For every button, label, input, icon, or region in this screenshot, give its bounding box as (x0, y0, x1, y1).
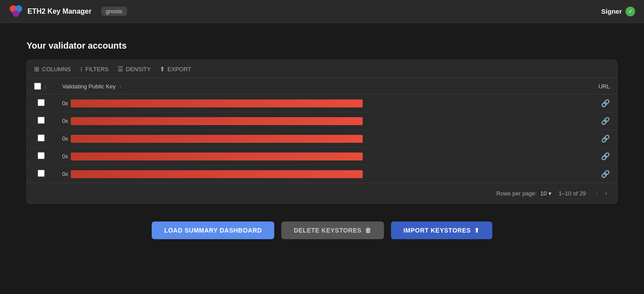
logo-area: ETH2 Key Manager gnosis (9, 4, 127, 19)
row-checkbox[interactable] (38, 134, 45, 141)
columns-icon: ⊞ (34, 65, 39, 73)
url-column-label: URL (598, 83, 610, 90)
rows-per-page-value: 10 (540, 190, 546, 197)
table-row: 0x🔗 (27, 112, 617, 130)
next-page-button[interactable]: › (602, 188, 610, 198)
prev-page-button[interactable]: ‹ (593, 188, 600, 198)
rows-per-page: Rows per page: 10 ▾ (496, 190, 552, 197)
url-cell: 🔗 (582, 130, 617, 148)
app-header: ETH2 Key Manager gnosis Signer ✓ (0, 0, 644, 23)
export-button[interactable]: ⬆ EXPORT (160, 65, 191, 73)
row-checkbox-cell (27, 148, 55, 165)
app-logo-icon (9, 4, 23, 19)
export-label: EXPORT (168, 66, 191, 73)
row-checkbox[interactable] (38, 117, 45, 124)
pk-cell: 0x (55, 165, 582, 183)
header-checkbox-cell: | (27, 78, 55, 95)
pk-cell: 0x (55, 130, 582, 148)
import-keystores-label: IMPORT KEYSTORES (403, 227, 471, 234)
pk-prefix: 0x (62, 153, 68, 160)
table-row: 0x🔗 (27, 130, 617, 148)
link-icon[interactable]: 🔗 (601, 153, 610, 160)
pk-cell: 0x (55, 95, 582, 112)
row-checkbox-cell (27, 165, 55, 183)
pk-prefix: 0x (62, 171, 68, 177)
row-checkbox-cell (27, 130, 55, 148)
rows-per-page-select[interactable]: 10 ▾ (540, 190, 551, 197)
pk-prefix: 0x (62, 118, 68, 124)
signer-status-icon: ✓ (625, 7, 635, 16)
link-icon[interactable]: 🔗 (601, 117, 610, 125)
columns-label: COLUMNS (42, 66, 71, 73)
pk-bar (71, 135, 363, 143)
network-badge[interactable]: gnosis (101, 7, 127, 16)
sort-asc-icon: ↑ (119, 84, 122, 89)
signer-label: Signer (601, 8, 622, 15)
delete-keystores-button[interactable]: DELETE KEYSTORES 🗑 (281, 221, 384, 239)
header-right: Signer ✓ (601, 7, 635, 16)
col-separator: | (45, 83, 46, 90)
pk-bar (71, 99, 363, 107)
page-title: Your validator accounts (27, 41, 617, 51)
pk-cell: 0x (55, 112, 582, 130)
row-checkbox[interactable] (38, 99, 45, 106)
page-range: 1–10 of 29 (559, 190, 586, 197)
validator-table: | Validating Public Key ↑ URL 0x🔗0x🔗0x🔗0… (27, 78, 617, 183)
filters-button[interactable]: ⫶ FILTERS (80, 65, 109, 73)
upload-icon: ⬆ (474, 227, 480, 234)
table-body: 0x🔗0x🔗0x🔗0x🔗0x🔗 (27, 95, 617, 183)
delete-keystores-label: DELETE KEYSTORES (294, 227, 361, 234)
pk-prefix: 0x (62, 135, 68, 142)
page-navigation: ‹ › (593, 188, 610, 198)
filters-icon: ⫶ (80, 65, 83, 73)
density-button[interactable]: ☰ DENSITY (118, 65, 151, 73)
table-header-row: | Validating Public Key ↑ URL (27, 78, 617, 95)
table-toolbar: ⊞ COLUMNS ⫶ FILTERS ☰ DENSITY ⬆ EXPORT (27, 60, 617, 78)
table-row: 0x🔗 (27, 148, 617, 165)
trash-icon: 🗑 (365, 227, 372, 234)
rows-per-page-label: Rows per page: (496, 190, 537, 197)
table-row: 0x🔗 (27, 165, 617, 183)
row-checkbox-cell (27, 112, 55, 130)
pk-bar (71, 117, 363, 125)
url-cell: 🔗 (582, 95, 617, 112)
load-dashboard-button[interactable]: LOAD SUMMARY DASHBOARD (152, 221, 274, 239)
density-icon: ☰ (118, 65, 123, 73)
row-checkbox[interactable] (38, 152, 45, 159)
url-column-header: URL (582, 78, 617, 95)
pk-bar (71, 170, 363, 178)
link-icon[interactable]: 🔗 (601, 99, 610, 107)
row-checkbox[interactable] (38, 170, 45, 177)
validator-table-container: ⊞ COLUMNS ⫶ FILTERS ☰ DENSITY ⬆ EXPORT (27, 60, 617, 204)
pk-cell: 0x (55, 148, 582, 165)
columns-button[interactable]: ⊞ COLUMNS (34, 65, 71, 73)
app-title: ETH2 Key Manager (27, 8, 92, 15)
main-content: Your validator accounts ⊞ COLUMNS ⫶ FILT… (0, 23, 644, 257)
import-keystores-button[interactable]: IMPORT KEYSTORES ⬆ (391, 221, 492, 239)
link-icon[interactable]: 🔗 (601, 170, 610, 178)
pk-column-header[interactable]: Validating Public Key ↑ (55, 78, 582, 95)
select-all-checkbox[interactable] (34, 83, 41, 90)
pagination-bar: Rows per page: 10 ▾ 1–10 of 29 ‹ › (27, 183, 617, 203)
link-icon[interactable]: 🔗 (601, 135, 610, 142)
export-icon: ⬆ (160, 65, 165, 73)
pk-bar (71, 153, 363, 160)
bottom-action-buttons: LOAD SUMMARY DASHBOARD DELETE KEYSTORES … (27, 221, 617, 239)
svg-point-2 (12, 10, 19, 17)
url-cell: 🔗 (582, 148, 617, 165)
filters-label: FILTERS (85, 66, 109, 73)
pk-column-label: Validating Public Key (62, 83, 115, 90)
url-cell: 🔗 (582, 112, 617, 130)
table-row: 0x🔗 (27, 95, 617, 112)
url-cell: 🔗 (582, 165, 617, 183)
chevron-down-icon: ▾ (548, 190, 552, 197)
pk-prefix: 0x (62, 100, 68, 107)
row-checkbox-cell (27, 95, 55, 112)
density-label: DENSITY (126, 66, 151, 73)
